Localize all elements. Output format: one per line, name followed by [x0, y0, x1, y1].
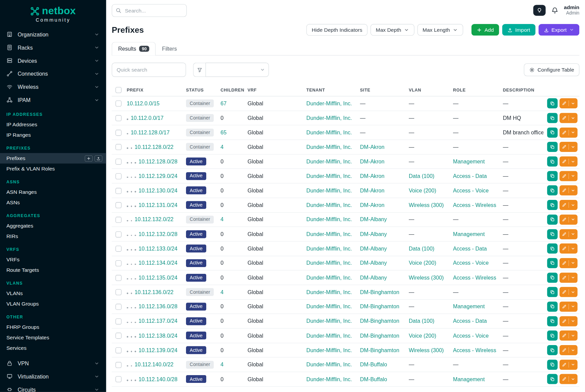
vlan-link[interactable]: Voice (200): [409, 333, 436, 339]
sidebar-item-vlans[interactable]: VLANs: [0, 288, 106, 298]
add-button[interactable]: Add: [471, 24, 499, 35]
row-checkbox[interactable]: [115, 217, 122, 223]
sidebar-item-prefixes[interactable]: Prefixes: [0, 153, 106, 163]
row-checkbox[interactable]: [115, 101, 122, 107]
site-link[interactable]: DM-Binghamton: [360, 304, 399, 310]
sidebar-item-virtualization[interactable]: Virtualization: [0, 370, 106, 383]
prefix-link[interactable]: 10.112.0.0/17: [131, 115, 163, 121]
prefix-link[interactable]: 10.112.130.0/24: [138, 187, 177, 193]
vlan-link[interactable]: Data (100): [409, 318, 434, 324]
row-checkbox[interactable]: [115, 318, 122, 324]
prefix-link[interactable]: 10.112.136.0/28: [138, 304, 177, 310]
sidebar-item-wireless[interactable]: Wireless: [0, 80, 106, 94]
row-checkbox[interactable]: [115, 188, 122, 194]
row-checkbox[interactable]: [115, 275, 122, 281]
clone-button[interactable]: [547, 113, 558, 123]
sidebar-item-vpn[interactable]: VPN: [0, 357, 106, 370]
sidebar-item-rirs[interactable]: RIRs: [0, 231, 106, 241]
role-link[interactable]: Management: [453, 158, 485, 164]
site-link[interactable]: DM-Albany: [360, 216, 387, 223]
edit-button[interactable]: [559, 98, 577, 108]
site-link[interactable]: DM-Akron: [360, 202, 384, 208]
user-menu[interactable]: admin Admin: [564, 4, 580, 17]
edit-button[interactable]: [559, 345, 577, 355]
edit-button[interactable]: [559, 229, 577, 239]
prefix-link[interactable]: 10.112.135.0/24: [138, 275, 177, 281]
sidebar-item-asns[interactable]: ASNs: [0, 197, 106, 208]
notifications-bell-icon[interactable]: [551, 7, 558, 14]
export-dropdown[interactable]: Export: [538, 24, 580, 35]
filter-button[interactable]: [193, 63, 206, 77]
role-link[interactable]: Access - Data: [453, 318, 487, 324]
role-link[interactable]: Access - Voice: [453, 260, 489, 266]
vlan-link[interactable]: Wireless (300): [409, 275, 444, 281]
quick-search-input[interactable]: [112, 63, 186, 77]
edit-button[interactable]: [559, 258, 577, 268]
edit-button[interactable]: [559, 243, 577, 254]
children-count-link[interactable]: 67: [220, 101, 227, 107]
tenant-link[interactable]: Dunder-Mifflin, Inc.: [307, 362, 352, 368]
vlan-link[interactable]: Voice (200): [409, 260, 436, 266]
column-header-children[interactable]: Children: [217, 84, 244, 96]
import-button[interactable]: Import: [502, 24, 535, 35]
tab-filters[interactable]: Filters: [156, 42, 183, 55]
prefix-link[interactable]: 10.112.137.0/24: [138, 318, 177, 324]
sidebar-item-ip-addresses[interactable]: IP Addresses: [0, 119, 106, 130]
prefix-link[interactable]: 10.112.140.0/28: [138, 376, 177, 382]
role-link[interactable]: Management: [453, 231, 485, 237]
site-link[interactable]: DM-Albany: [360, 231, 387, 237]
sidebar-item-route-targets[interactable]: Route Targets: [0, 265, 106, 275]
column-header-role[interactable]: Role: [449, 84, 499, 96]
site-link[interactable]: DM-Albany: [360, 245, 387, 252]
clone-button[interactable]: [547, 302, 558, 312]
tenant-link[interactable]: Dunder-Mifflin, Inc.: [307, 187, 352, 193]
prefix-link[interactable]: 10.112.139.0/24: [138, 347, 177, 353]
site-link[interactable]: DM-Akron: [360, 158, 384, 164]
role-link[interactable]: Access - Wireless: [453, 275, 496, 281]
clone-button[interactable]: [547, 142, 558, 152]
column-header-description[interactable]: Description: [499, 84, 543, 96]
clone-button[interactable]: [547, 287, 558, 297]
site-link[interactable]: DM-Akron: [360, 187, 384, 193]
clone-button[interactable]: [547, 316, 558, 326]
row-checkbox[interactable]: [115, 362, 122, 368]
tenant-link[interactable]: Dunder-Mifflin, Inc.: [307, 347, 352, 353]
site-link[interactable]: DM-Binghamton: [360, 318, 399, 324]
site-link[interactable]: DM-Binghamton: [360, 333, 399, 339]
role-link[interactable]: Access - Voice: [453, 333, 489, 339]
vlan-link[interactable]: Data (100): [409, 245, 434, 252]
tenant-link[interactable]: Dunder-Mifflin, Inc.: [307, 216, 352, 223]
edit-button[interactable]: [559, 214, 577, 225]
clone-button[interactable]: [547, 214, 558, 225]
edit-button[interactable]: [559, 360, 577, 370]
edit-button[interactable]: [559, 142, 577, 152]
edit-button[interactable]: [559, 113, 577, 123]
clone-button[interactable]: [547, 331, 558, 341]
prefix-link[interactable]: 10.112.138.0/24: [138, 333, 177, 339]
sidebar-item-services[interactable]: Services: [0, 343, 106, 353]
edit-button[interactable]: [559, 374, 577, 384]
clone-button[interactable]: [547, 360, 558, 370]
sidebar-item-connections[interactable]: Connections: [0, 67, 106, 80]
sidebar-item-aggregates[interactable]: Aggregates: [0, 220, 106, 231]
role-link[interactable]: Access - Wireless: [453, 347, 496, 353]
role-link[interactable]: Access - Data: [453, 245, 487, 252]
edit-button[interactable]: [559, 287, 577, 297]
netbox-logo[interactable]: netbox Community: [0, 5, 106, 23]
quick-add-button[interactable]: [85, 155, 92, 161]
tenant-link[interactable]: Dunder-Mifflin, Inc.: [307, 376, 352, 382]
sidebar-item-organization[interactable]: Organization: [0, 28, 106, 41]
clone-button[interactable]: [547, 171, 558, 181]
sidebar-item-asn-ranges[interactable]: ASN Ranges: [0, 187, 106, 197]
clone-button[interactable]: [547, 345, 558, 355]
row-checkbox[interactable]: [115, 260, 122, 266]
tenant-link[interactable]: Dunder-Mifflin, Inc.: [307, 245, 352, 252]
row-checkbox[interactable]: [115, 246, 122, 252]
prefix-link[interactable]: 10.112.128.0/28: [138, 158, 177, 164]
sidebar-item-prefix-vlan-roles[interactable]: Prefix & VLAN Roles: [0, 163, 106, 174]
max-depth-dropdown[interactable]: Max Depth: [371, 24, 415, 35]
prefix-link[interactable]: 10.112.0.0/15: [127, 101, 159, 107]
edit-button[interactable]: [559, 272, 577, 283]
sidebar-item-vlan-groups[interactable]: VLAN Groups: [0, 298, 106, 309]
sidebar-item-racks[interactable]: Racks: [0, 41, 106, 54]
